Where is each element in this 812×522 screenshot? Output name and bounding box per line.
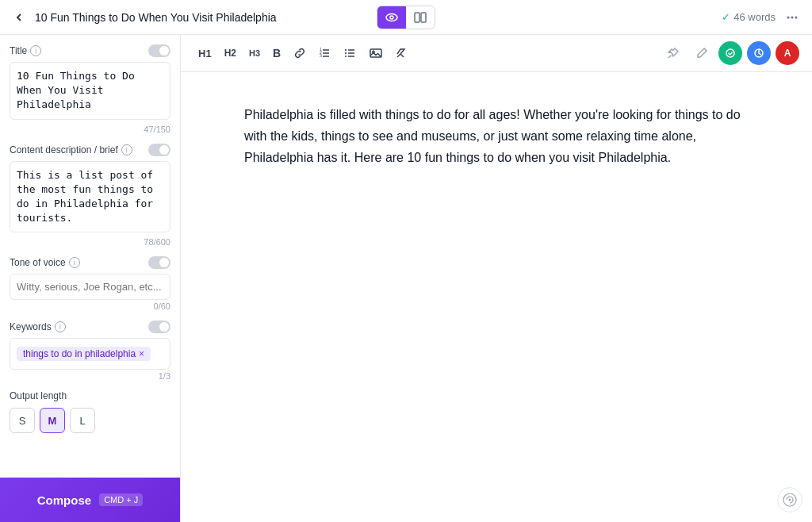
svg-text:3: 3 (320, 53, 322, 58)
output-length-label: Output length (10, 390, 170, 401)
svg-point-1 (390, 16, 393, 19)
ordered-list-button[interactable]: 1 2 3 (314, 44, 336, 63)
svg-rect-2 (415, 13, 419, 22)
word-count: ✓ 46 words (722, 11, 776, 23)
title-input[interactable]: 10 Fun Things to Do When You Visit Phila… (10, 62, 170, 120)
check-icon: ✓ (722, 11, 730, 23)
svg-point-0 (386, 13, 397, 21)
edit-icon-button[interactable] (690, 41, 714, 65)
unordered-list-button[interactable] (339, 44, 362, 63)
bold-button[interactable]: B (268, 44, 285, 63)
length-l-button[interactable]: L (70, 408, 95, 433)
tone-field-label: Tone of voice i (10, 256, 170, 269)
view-toggle (377, 6, 435, 29)
bottom-logo (777, 487, 802, 512)
header-center (377, 6, 435, 29)
keywords-field-group: Keywords i things to do in philadelphia … (10, 320, 170, 381)
pin-icon-button[interactable] (661, 41, 685, 65)
header-right: ✓ 46 words (435, 7, 802, 28)
svg-line-21 (668, 56, 671, 58)
blue-action-button[interactable] (747, 41, 771, 65)
desc-field-label: Content description / brief i (10, 144, 170, 156)
tone-char-count: 0/60 (10, 301, 170, 311)
length-buttons: S M L (10, 408, 170, 433)
desc-info-icon[interactable]: i (121, 144, 132, 155)
header-left: 10 Fun Things to Do When You Visit Phila… (10, 8, 377, 27)
compose-shortcut: CMD + J (99, 493, 143, 506)
svg-rect-3 (421, 13, 426, 22)
title-char-count: 47/150 (10, 125, 170, 134)
more-options-button[interactable] (782, 7, 802, 28)
keyword-remove-button[interactable]: × (139, 349, 144, 359)
desc-label-text: Content description / brief i (10, 144, 132, 155)
tone-toggle[interactable] (148, 256, 170, 269)
clear-format-button[interactable] (390, 44, 412, 63)
preview-view-button[interactable] (377, 6, 406, 29)
compose-button[interactable]: Compose CMD + J (0, 478, 180, 522)
svg-point-4 (787, 16, 790, 18)
green-action-button[interactable] (718, 41, 742, 65)
title-info-icon[interactable]: i (30, 45, 41, 56)
editor-area: H1 H2 H3 B 1 2 3 (181, 35, 812, 522)
main-layout: Title i 10 Fun Things to Do When You Vis… (0, 35, 812, 522)
tone-info-icon[interactable]: i (69, 257, 80, 268)
desc-toggle[interactable] (148, 144, 170, 156)
h1-button[interactable]: H1 (193, 44, 216, 63)
user-avatar-button[interactable]: A (776, 41, 799, 65)
output-length-group: Output length S M L (10, 390, 170, 433)
svg-point-18 (345, 56, 347, 57)
desc-char-count: 78/600 (10, 237, 170, 247)
back-button[interactable] (10, 8, 29, 27)
split-view-button[interactable] (406, 6, 435, 29)
toolbar-right-actions: A (661, 41, 799, 65)
tone-label-text: Tone of voice i (10, 257, 80, 268)
link-button[interactable] (289, 44, 311, 63)
title-label-text: Title i (10, 45, 41, 56)
h2-button[interactable]: H2 (220, 44, 241, 62)
keywords-field-label: Keywords i (10, 320, 170, 333)
title-field-group: Title i 10 Fun Things to Do When You Vis… (10, 44, 170, 134)
length-m-button[interactable]: M (40, 408, 65, 433)
image-button[interactable] (365, 44, 387, 63)
svg-point-6 (795, 16, 798, 18)
keywords-info-icon[interactable]: i (55, 321, 66, 332)
tone-field-group: Tone of voice i 0/60 (10, 256, 170, 311)
editor-content-area[interactable]: Philadelphia is filled with things to do… (181, 72, 812, 522)
keywords-label-text: Keywords i (10, 321, 66, 332)
keywords-toggle[interactable] (148, 320, 170, 333)
desc-input[interactable]: This is a list post of the most fun thin… (10, 161, 170, 233)
svg-point-17 (345, 52, 347, 54)
keyword-count: 1/3 (10, 371, 170, 381)
title-toggle[interactable] (148, 44, 170, 57)
title-field-label: Title i (10, 44, 170, 57)
app-header: 10 Fun Things to Do When You Visit Phila… (0, 0, 812, 35)
keywords-input-area[interactable]: things to do in philadelphia × (10, 338, 170, 370)
h3-button[interactable]: H3 (244, 45, 265, 61)
sidebar: Title i 10 Fun Things to Do When You Vis… (0, 35, 181, 522)
editor-toolbar: H1 H2 H3 B 1 2 3 (181, 35, 812, 72)
svg-point-25 (789, 499, 791, 501)
length-s-button[interactable]: S (10, 408, 35, 433)
header-title: 10 Fun Things to Do When You Visit Phila… (35, 11, 277, 24)
svg-point-16 (345, 49, 347, 51)
logo-circle (777, 487, 802, 512)
tone-input[interactable] (10, 274, 170, 300)
desc-field-group: Content description / brief i This is a … (10, 144, 170, 248)
svg-point-22 (726, 49, 734, 57)
editor-body-text[interactable]: Philadelphia is filled with things to do… (244, 104, 749, 169)
keyword-tag: things to do in philadelphia × (17, 347, 151, 361)
svg-point-5 (791, 16, 794, 18)
